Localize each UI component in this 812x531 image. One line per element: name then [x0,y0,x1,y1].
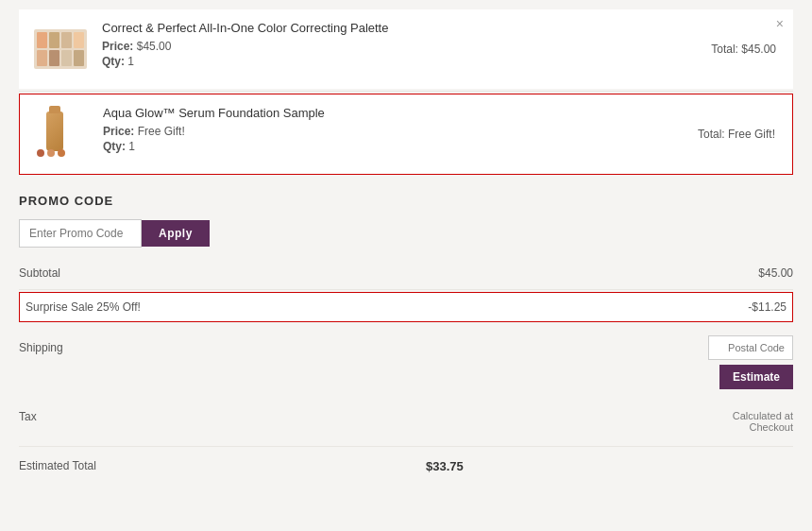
palette-details: Correct & Perfect All-In-One Color Corre… [102,21,780,70]
palette-qty: Qty: 1 [102,55,780,68]
foundation-price-value: Free Gift! [138,125,185,138]
palette-price-value: $45.00 [137,40,172,53]
palette-total-value: $45.00 [741,43,776,56]
tax-calculated-line2: Checkout [733,421,793,433]
palette-total-label: Total: [711,43,738,56]
postal-code-input[interactable] [708,335,793,360]
tax-calculated-line1: Calculated at [733,410,793,421]
foundation-qty-value: 1 [128,140,135,153]
foundation-qty-label: Qty: [103,140,126,153]
cart-item-foundation: Aqua Glow™ Serum Foundation Sample Price… [19,94,793,175]
foundation-qty: Qty: 1 [103,140,779,153]
shipping-right: Estimate [708,335,793,389]
estimate-button[interactable]: Estimate [719,365,793,389]
palette-name: Correct & Perfect All-In-One Color Corre… [102,21,780,35]
promo-code-input[interactable] [19,219,142,248]
promo-input-row: Apply [19,219,793,248]
palette-image [32,21,89,77]
foundation-total-value: Free Gift! [728,128,775,141]
estimated-total-label: Estimated Total [19,459,96,472]
palette-qty-value: 1 [127,55,134,68]
foundation-price: Price: Free Gift! [103,125,779,138]
foundation-name: Aqua Glow™ Serum Foundation Sample [103,106,779,120]
surprise-sale-label: Surprise Sale 25% Off! [25,300,141,314]
promo-section: PROMO CODE Apply [19,177,793,257]
foundation-total-label: Total: [698,128,725,141]
estimated-total-value: $33.75 [426,459,464,473]
palette-price-label: Price: [102,40,133,53]
tax-label: Tax [19,410,37,423]
item-divider [19,91,793,92]
cart-item-palette: Correct & Perfect All-In-One Color Corre… [19,9,793,89]
remove-palette-button[interactable]: × [772,15,787,32]
palette-price: Price: $45.00 [102,40,780,53]
foundation-price-label: Price: [103,125,134,138]
shipping-row: Shipping Estimate [19,324,793,401]
surprise-sale-value: -$11.25 [748,300,787,314]
estimated-total-row: Estimated Total $33.75 [19,446,793,479]
apply-promo-button[interactable]: Apply [142,220,210,247]
promo-title: PROMO CODE [19,194,793,208]
palette-qty-label: Qty: [102,55,125,68]
foundation-details: Aqua Glow™ Serum Foundation Sample Price… [103,106,779,155]
foundation-total: Total: Free Gift! [698,128,775,141]
subtotal-value: $45.00 [758,266,793,280]
foundation-image [33,106,90,163]
surprise-sale-row: Surprise Sale 25% Off! -$11.25 [19,292,793,322]
palette-total: Total: $45.00 [711,43,776,56]
shipping-label: Shipping [19,341,63,354]
subtotal-row: Subtotal $45.00 [19,257,793,290]
tax-value: Calculated at Checkout [733,410,793,433]
close-icon: × [776,16,784,31]
tax-row: Tax Calculated at Checkout [19,401,793,442]
subtotal-label: Subtotal [19,266,60,280]
